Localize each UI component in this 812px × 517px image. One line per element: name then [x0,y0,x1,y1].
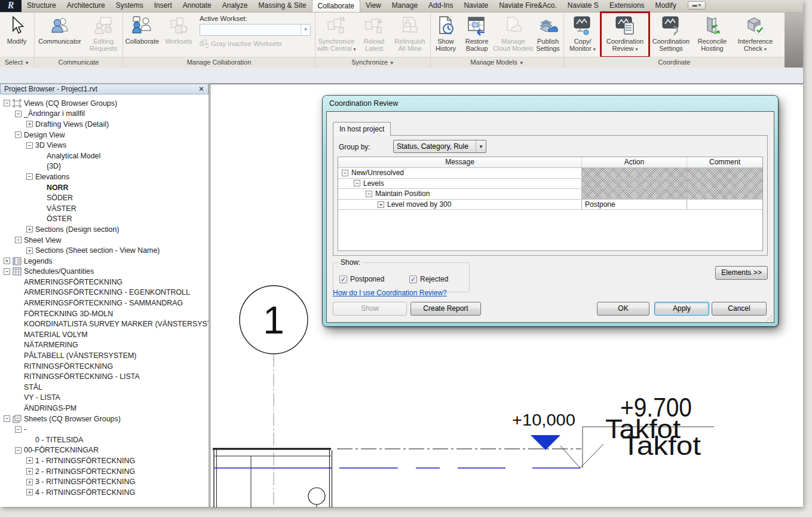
tree-item[interactable]: −Design View [0,130,209,140]
tree-item[interactable]: +Legends [0,256,209,267]
publish-settings-button[interactable]: Publish Settings [534,13,562,57]
tab-naviate-fire-aco-[interactable]: Naviate Fire&Aco. [494,0,562,12]
collapse-icon[interactable]: − [15,237,22,243]
tree-item[interactable]: −STÅL [0,382,209,393]
tab-systems[interactable]: Systems [111,0,149,12]
tree-item[interactable]: −_Ändringar i mallfil [0,109,209,120]
worksets-button[interactable]: Worksets [161,13,196,57]
action-cell[interactable]: Postpone [582,200,687,210]
editing-requests-button[interactable]: Editing Requests [85,13,122,57]
interference-check-button[interactable]: Interference Check ▾ [731,13,779,57]
gray-inactive-worksets-toggle[interactable]: Gray Inactive Worksets [200,39,311,48]
tree-item[interactable]: −VÄSTER [0,203,209,214]
tree-item[interactable]: −FÖRTECKNING 3D-MOLN [0,308,209,319]
tree-item[interactable]: −Sheet View [0,235,209,246]
tree-item[interactable]: −ARMERINGSFÖRTECKNING [0,277,209,287]
tree-item[interactable]: −MATERIAL VOLYM [0,329,209,340]
expand-icon[interactable]: + [26,247,33,254]
cancel-button[interactable]: Cancel [712,302,767,316]
tree-item[interactable]: −ARMERINGSFÖRTECKNING - EGENKONTROLL [0,287,209,298]
tree-item[interactable]: −NÄTARMERING [0,340,209,351]
collapse-icon[interactable]: − [4,100,10,106]
panel-label-manage-collaboration[interactable]: Manage Collaboration [123,57,315,68]
restore-backup-button[interactable]: Restore Backup [461,13,493,57]
tree-item[interactable]: +Sections (Design section) [0,224,209,235]
tree-item[interactable]: −ÄNDRINGS-PM [0,403,209,414]
group-by-combobox[interactable]: Status, Category, Rule ▼ [393,140,486,153]
ribbon-display-toggle[interactable]: ▬ ▾ [688,1,706,10]
collapse-icon[interactable]: − [15,447,22,454]
collapse-icon[interactable]: − [15,426,22,433]
synchronize-with-central-button[interactable]: Synchronize with Central ▾ [315,13,357,57]
tab-architecture[interactable]: Architecture [62,0,111,12]
collapse-icon[interactable]: − [342,170,348,176]
coordination-table-row[interactable]: +Level moved by 300Postpone [338,200,762,210]
column-header-message[interactable]: Message [338,157,582,167]
tab-manage[interactable]: Manage [387,0,423,12]
revit-logo-icon[interactable]: R [0,0,22,12]
copy-monitor-button[interactable]: Copy/ Monitor ▾ [564,13,601,57]
tree-item[interactable]: −Views (CQ Browser Groups) [0,98,209,109]
ok-button[interactable]: OK [597,302,649,316]
collapse-icon[interactable]: − [366,191,372,197]
tree-item[interactable]: −0 - TITELSIDA [0,435,209,445]
coordination-table-row[interactable]: −Levels [338,179,762,189]
tab-insert[interactable]: Insert [149,0,177,12]
tab-collaborate[interactable]: Collaborate [312,0,360,12]
tree-item[interactable]: −ARMERINGSFÖRTECKNING - SAMMANDRAG [0,298,209,308]
tab-analyze[interactable]: Analyze [217,0,253,12]
manage-cloud-models-button[interactable]: Manage Cloud Models [493,13,534,57]
rejected-checkbox[interactable]: ✓ Rejected [409,275,448,283]
tree-item[interactable]: −- [0,424,209,435]
coordination-review-button[interactable]: Coordination Review ▾ [601,13,649,57]
expand-icon[interactable]: + [26,468,33,475]
tree-item[interactable]: −Sheets (CQ Browser Groups) [0,414,209,424]
tree-item[interactable]: −00-FÖRTECKNINGAR [0,445,209,456]
apply-button[interactable]: Apply [654,302,709,316]
panel-label-communicate[interactable]: Communicate [35,57,122,68]
active-workset-combobox[interactable]: ▼ [200,24,311,36]
tree-item[interactable]: +4 - RITNINGSFÖRTECKNING [0,487,209,498]
collapse-icon[interactable]: − [15,111,22,117]
reload-latest-button[interactable]: Reload Latest [357,13,391,57]
coordination-table-row[interactable]: −Maintain Position [338,189,762,200]
tab-annotate[interactable]: Annotate [177,0,217,12]
panel-label-select[interactable]: Select ▼ [0,57,34,68]
show-history-button[interactable]: Show History [431,13,461,57]
column-header-comment[interactable]: Comment [687,157,762,167]
tab-naviate-s[interactable]: Naviate S [562,0,604,12]
show-button[interactable]: Show [333,302,407,316]
collapse-icon[interactable]: − [4,268,10,275]
help-link[interactable]: How do I use Coordination Review? [333,289,447,297]
collapse-icon[interactable]: − [26,173,33,180]
postponed-checkbox[interactable]: ✓ Postponed [339,275,384,283]
tree-item[interactable]: −3D Views [0,140,209,151]
relinquish-all-mine-button[interactable]: Relinquish All Mine [391,13,429,57]
tree-item[interactable]: −PÅLTABELL (VÄNSTERSYSTEM) [0,350,209,361]
tab-in-host-project[interactable]: In host project [333,122,391,136]
collaborate-button[interactable]: Collaborate [123,13,161,57]
expand-icon[interactable]: + [26,457,33,464]
modify-button[interactable]: Modify [0,13,33,57]
elements-button[interactable]: Elements >> [715,266,768,280]
panel-label-coordinate[interactable]: Coordinate [564,57,785,68]
tab-modify[interactable]: Modify [650,0,682,12]
column-header-action[interactable]: Action [582,157,687,167]
tree-item[interactable]: +2 - RITNINGSFÖRTECKNING [0,466,209,477]
panel-label-synchronize[interactable]: Synchronize ▼ [315,57,430,68]
coordination-settings-button[interactable]: Coordination Settings [649,13,693,57]
close-icon[interactable]: ✕ [198,85,204,93]
tree-item[interactable]: +Sections (Sheet section - View Name) [0,245,209,256]
expand-icon[interactable]: + [26,489,33,495]
tree-item[interactable]: −ÖSTER [0,214,209,225]
tree-item[interactable]: −RITNINGSFÖRTECKNING [0,361,209,372]
tab-view[interactable]: View [360,0,387,12]
coordination-table-row[interactable]: −New/Unresolved [338,168,762,179]
tree-item[interactable]: −VY - LISTA [0,393,209,403]
tab-add-ins[interactable]: Add-Ins [423,0,458,12]
collapse-icon[interactable]: − [26,142,33,149]
expand-icon[interactable]: + [378,201,384,208]
tab-structure[interactable]: Structure [22,0,62,12]
collapse-icon[interactable]: − [4,415,10,422]
tree-item[interactable]: −SÖDER [0,192,209,203]
